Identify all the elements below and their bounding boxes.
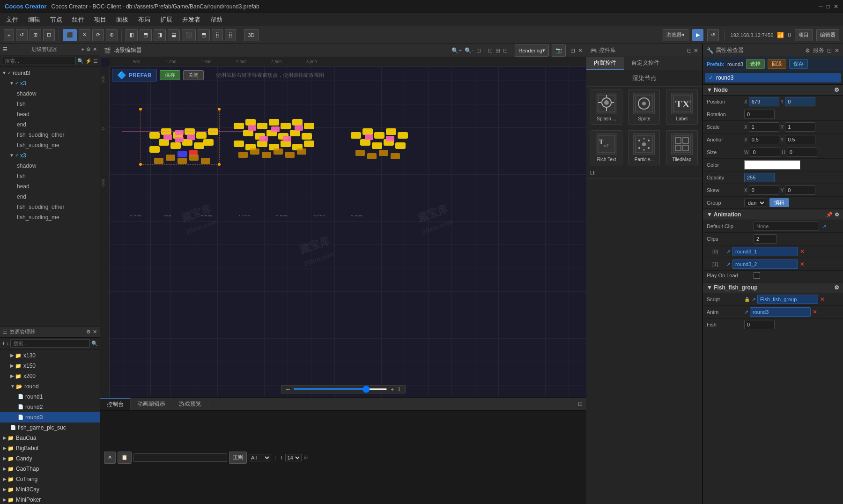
console-regex-button[interactable]: 正则 [229,452,247,464]
asset-round3[interactable]: 📄 round3 [0,412,100,422]
fish-group-header[interactable]: ▼ Fish_fish_group ⚙ [703,282,843,293]
console-filter-input[interactable] [133,453,227,462]
save-prefab-button[interactable]: 保存 [789,59,808,69]
scene-editor-body[interactable]: 500 1,000 1,500 2,000 2,500 3,000 500 0 … [100,57,586,397]
align-v-space[interactable]: ⣿ [225,29,236,41]
default-clip-link[interactable]: ↗ [822,223,826,229]
asset-minipoker[interactable]: ▶ 📁 MiniPoker [0,495,100,504]
animation-settings-icon[interactable]: ⚙ [835,212,839,218]
fish-group-settings[interactable]: ⚙ [834,284,839,291]
zoom-in-icon[interactable]: 🔍+ [451,47,462,54]
scene-tool-3[interactable]: ⊡ [503,47,508,54]
play-on-load-checkbox[interactable] [754,272,760,279]
align-right[interactable]: ◨ [154,29,166,41]
asset-x150[interactable]: ▶ 📁 x150 [0,361,100,371]
hierarchy-collapse-icon[interactable]: ✕ [93,46,97,52]
tree-item-x3-2[interactable]: ▼ ✓ x3 [0,150,100,161]
rollback-prefab-button[interactable]: 回退 [768,59,786,69]
clip-1-delete-button[interactable]: ✕ [800,261,805,267]
size-h-input[interactable] [787,148,817,157]
scale-tool[interactable]: ⊕ [106,29,118,41]
project-button[interactable]: 项目 [795,29,813,41]
console-expand[interactable]: ⊡ [303,454,308,460]
hierarchy-add-button[interactable]: + [81,46,84,52]
script-link-icon[interactable]: ↗ [752,296,756,303]
rotation-input[interactable] [744,110,775,119]
tab-animation-editor[interactable]: 动画编辑器 [131,398,172,410]
clip-0-input[interactable] [732,247,798,256]
refresh-tool-button[interactable]: ↺ [16,29,28,41]
controls-close[interactable]: ✕ [694,47,698,54]
tree-item-x3-1[interactable]: ▼ ✓ x3 [0,78,100,89]
assets-sort-button[interactable]: ↕ [7,341,9,346]
asset-candy[interactable]: ▶ 📁 Candy [0,453,100,464]
asset-round1[interactable]: 📄 round1 [0,392,100,402]
widget-richtext[interactable]: T xT Rich Text [591,130,622,165]
fullscreen-tool-button[interactable]: ⊡ [43,29,55,41]
scene-save-button[interactable]: 保存 [160,70,180,80]
rotate-tool[interactable]: ⟳ [92,29,104,41]
zoom-out-icon[interactable]: 🔍- [465,47,473,54]
assets-collapse-icon[interactable]: ✕ [93,329,97,335]
bottom-expand-icon[interactable]: ⊡ [578,400,583,407]
hierarchy-search-input[interactable] [2,57,76,65]
zoom-in-btn[interactable]: + [391,386,394,392]
group-edit-button[interactable]: 编辑 [769,198,789,207]
scene-close-button[interactable]: 关闭 [183,70,204,80]
animation-section-header[interactable]: ▼ Animation 📌 ⚙ [703,209,843,220]
play-button[interactable]: ▶ [692,29,703,41]
skew-x-input[interactable] [749,185,779,195]
asset-caothap[interactable]: ▶ 📁 CaoThap [0,464,100,474]
align-center[interactable]: ⬒ [140,29,152,41]
anim-link-icon[interactable]: ↗ [744,309,748,315]
menu-help[interactable]: 帮助 [207,15,226,25]
tab-console[interactable]: 控制台 [100,398,131,410]
widget-splash[interactable]: Splash ... [591,89,622,125]
inspector-expand[interactable]: ⊡ [827,47,832,54]
asset-cotrang[interactable]: ▶ 📁 CoTrang [0,474,100,484]
scene-tool-2[interactable]: ⊞ [495,47,500,54]
position-x-input[interactable] [749,97,779,106]
hierarchy-filter-icon[interactable]: ⚡ [85,58,92,64]
asset-x200[interactable]: ▶ 📁 x200 [0,371,100,381]
asset-mini3cay[interactable]: ▶ 📁 Mini3Cay [0,484,100,495]
align-h-space[interactable]: ⣿ [212,29,223,41]
node-visible-toggle[interactable]: ✓ [15,151,19,160]
custom-controls-tab[interactable]: 自定义控件 [624,57,667,70]
clip-0-link-icon[interactable]: ↗ [726,249,731,255]
refresh-game-button[interactable]: ↺ [707,29,719,41]
hierarchy-view-icon[interactable]: ☰ [93,58,98,64]
skew-y-input[interactable] [785,185,815,195]
tree-item-end-2[interactable]: end [0,192,100,202]
default-clip-input[interactable] [754,222,819,231]
inspector-close[interactable]: ✕ [835,47,839,54]
widget-tiledmap[interactable]: TiledMap [666,130,698,165]
grid-tool-button[interactable]: ⊞ [30,29,41,41]
service-tab[interactable]: ⚙ [805,47,810,54]
zoom-slider[interactable] [294,388,387,390]
group-select[interactable]: dan [744,199,766,207]
minimize-button[interactable]: ─ [819,3,823,10]
widget-sprite[interactable]: Sprite [628,89,660,125]
menu-developer[interactable]: 开发者 [178,15,204,25]
widget-particle[interactable]: Particle... [628,130,660,165]
tree-item-round3[interactable]: ▼ ✓ round3 [0,68,100,78]
maximize-button[interactable]: □ [827,3,830,10]
select-prefab-button[interactable]: 选择 [746,59,765,69]
clip-0-delete-button[interactable]: ✕ [800,248,805,255]
script-input[interactable] [757,295,818,304]
node-visible-toggle[interactable]: ✓ [7,69,11,77]
close-button[interactable]: ✕ [834,3,838,10]
console-copy-button[interactable]: 📋 [118,452,132,464]
menu-node[interactable]: 节点 [46,15,66,25]
clips-count-input[interactable] [754,234,777,244]
hierarchy-settings-icon[interactable]: ⚙ [86,46,91,52]
menu-component[interactable]: 组件 [68,15,88,25]
size-w-input[interactable] [750,148,780,157]
node-active-checkbox[interactable]: ✓ [709,74,713,81]
node-section-header[interactable]: ▼ Node ⚙ [703,84,843,96]
asset-bigbabol[interactable]: ▶ 📁 BigBabol [0,443,100,453]
mode-3d-button[interactable]: 3D [244,29,258,41]
anchor-y-input[interactable] [785,135,815,144]
scale-y-input[interactable] [785,122,815,132]
